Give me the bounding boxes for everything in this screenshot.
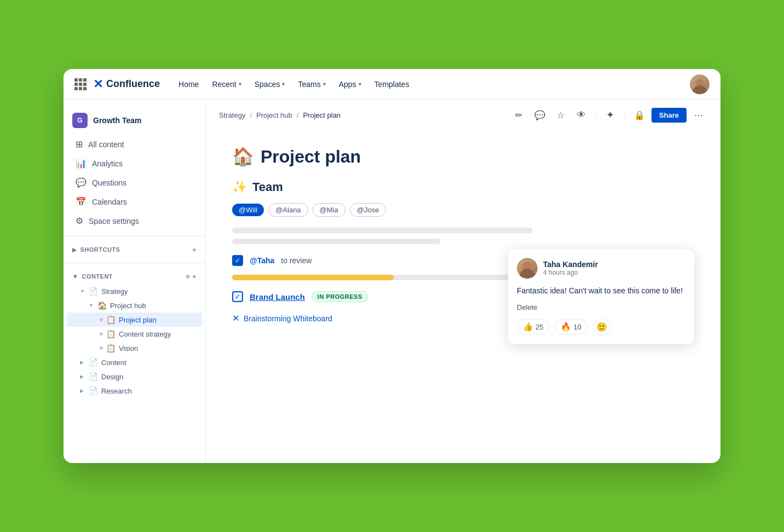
tree-item-research[interactable]: ▶ 📄 Research [67, 384, 202, 398]
content-tree-icon: 📄 [89, 358, 98, 367]
sidebar-item-all-content[interactable]: ⊞ All content [67, 135, 202, 154]
task-checkbox[interactable]: ✓ [232, 255, 243, 266]
tree-item-vision[interactable]: 📋 Vision [67, 341, 202, 355]
tag-alana[interactable]: @Alana [268, 203, 308, 217]
design-tree-chevron: ▶ [80, 374, 85, 379]
research-tree-icon: 📄 [89, 386, 98, 395]
tag-mia[interactable]: @Mia [313, 203, 345, 217]
brand-launch-checkbox[interactable]: ✓ [232, 291, 243, 302]
logo[interactable]: ✕ Confluence [93, 77, 160, 91]
space-settings-icon: ⚙ [76, 216, 83, 226]
toolbar-divider-1 [596, 109, 596, 120]
team-section-emoji: ✨ [232, 180, 247, 194]
comment-meta: Taha Kandemir 4 hours ago [543, 260, 598, 276]
content-tree-chevron: ▶ [80, 360, 85, 365]
comment-text: Fantastic idea! Can't wait to see this c… [517, 285, 685, 297]
content-lines [232, 228, 694, 244]
nav-home[interactable]: Home [173, 77, 204, 92]
nav-apps[interactable]: Apps ▾ [333, 77, 367, 92]
content-actions: ≡ + [186, 272, 197, 281]
tag-will[interactable]: @Will [232, 204, 264, 216]
team-section-header: ✨ Team [232, 180, 694, 194]
tree-item-content[interactable]: ▶ 📄 Content [67, 355, 202, 369]
comment-delete-button[interactable]: Delete [517, 303, 685, 311]
comment-header: Taha Kandemir 4 hours ago [517, 258, 685, 279]
sidebar-item-questions[interactable]: 💬 Questions [67, 173, 202, 192]
task-text: to review [281, 256, 312, 265]
add-reaction-icon: 🙂 [596, 322, 607, 332]
tree-item-project-hub[interactable]: ▼ 🏠 Project hub [67, 298, 202, 313]
content-strategy-bullet [100, 332, 103, 336]
comment-author: Taha Kandemir [543, 260, 598, 269]
shortcuts-label: ▶ SHORTCUTS [72, 246, 120, 253]
thumbsup-emoji: 👍 [523, 322, 533, 332]
user-avatar[interactable] [690, 74, 710, 94]
analytics-icon: 📊 [76, 158, 87, 169]
brand-launch-text[interactable]: Brand Launch [250, 292, 305, 302]
project-plan-bullet [100, 318, 103, 321]
edit-icon[interactable]: ✏ [510, 106, 528, 124]
comment-time: 4 hours ago [543, 269, 598, 276]
spark-icon[interactable]: ✦ [602, 106, 619, 124]
sidebar-item-space-settings[interactable]: ⚙ Space settings [67, 211, 202, 230]
nav-teams[interactable]: Teams ▾ [292, 77, 331, 92]
tree-item-strategy[interactable]: ▼ 📄 Strategy [67, 284, 202, 298]
nav-spaces-chevron: ▾ [282, 81, 285, 87]
nav-items: Home Recent ▾ Spaces ▾ Teams ▾ Apps ▾ Te… [173, 77, 685, 92]
sidebar: G Growth Team ⊞ All content 📊 Analytics … [64, 100, 206, 463]
sidebar-item-analytics[interactable]: 📊 Analytics [67, 154, 202, 173]
breadcrumb-strategy[interactable]: Strategy [219, 111, 245, 119]
shortcuts-chevron: ▶ [72, 247, 77, 253]
sidebar-item-calendars[interactable]: 📅 Calendars [67, 192, 202, 211]
toolbar-divider-2 [625, 109, 625, 120]
calendars-icon: 📅 [76, 196, 87, 207]
tag-jose[interactable]: @Jose [350, 203, 387, 217]
content-area: Strategy / Project hub / Project plan ✏ … [206, 100, 720, 463]
brand-launch-status: IN PROGRESS [312, 291, 368, 302]
fire-count: 10 [573, 323, 581, 331]
content-line-1 [232, 228, 533, 233]
more-options-icon[interactable]: ⋯ [690, 106, 707, 124]
nav-spaces[interactable]: Spaces ▾ [249, 77, 291, 92]
tree-item-project-plan[interactable]: 📋 Project plan [67, 313, 202, 327]
breadcrumb-sep-2: / [297, 111, 299, 119]
breadcrumb-bar: Strategy / Project hub / Project plan ✏ … [206, 100, 720, 129]
star-icon[interactable]: ☆ [552, 106, 569, 124]
shortcuts-section[interactable]: ▶ SHORTCUTS + [64, 242, 205, 257]
shortcuts-add-icon[interactable]: + [192, 245, 197, 254]
task-mention[interactable]: @Taha [250, 256, 274, 265]
space-header[interactable]: G Growth Team [64, 108, 205, 135]
strategy-chevron: ▼ [80, 288, 85, 294]
add-reaction-button[interactable]: 🙂 [593, 318, 610, 336]
content-filter-icon[interactable]: ≡ [186, 273, 190, 281]
content-add-icon[interactable]: + [192, 272, 197, 281]
reaction-fire[interactable]: 🔥 10 [555, 319, 587, 334]
vision-bullet [100, 346, 103, 350]
tree-item-design[interactable]: ▶ 📄 Design [67, 369, 202, 384]
comment-popup: Taha Kandemir 4 hours ago Fantastic idea… [508, 249, 694, 344]
page-title: 🏠 Project plan [232, 146, 694, 167]
nav-recent[interactable]: Recent ▾ [206, 77, 246, 92]
breadcrumb-project-hub[interactable]: Project hub [256, 111, 292, 119]
lock-icon[interactable]: 🔒 [631, 106, 648, 124]
breadcrumb-current: Project plan [303, 111, 341, 119]
content-label: ▼ CONTENT [72, 273, 113, 280]
tree-item-content-strategy[interactable]: 📋 Content strategy [67, 327, 202, 341]
share-button[interactable]: Share [652, 108, 687, 123]
top-navigation: ✕ Confluence Home Recent ▾ Spaces ▾ Team… [64, 69, 720, 100]
comment-toolbar-icon[interactable]: 💬 [531, 106, 549, 124]
page-title-emoji: 🏠 [232, 146, 254, 167]
comment-avatar [517, 258, 538, 279]
content-section-header[interactable]: ▼ CONTENT ≡ + [64, 269, 205, 284]
nav-templates[interactable]: Templates [369, 77, 415, 92]
app-grid-icon[interactable] [74, 78, 87, 90]
sidebar-divider-2 [64, 263, 205, 263]
space-icon: G [72, 113, 88, 128]
team-tags: @Will @Alana @Mia @Jose [232, 203, 694, 217]
breadcrumb-sep-1: / [250, 111, 252, 119]
content-chevron: ▼ [72, 273, 78, 280]
nav-right [690, 74, 710, 94]
thumbsup-count: 25 [535, 323, 543, 331]
eye-icon[interactable]: 👁 [573, 106, 590, 124]
reaction-thumbsup[interactable]: 👍 25 [517, 319, 549, 334]
